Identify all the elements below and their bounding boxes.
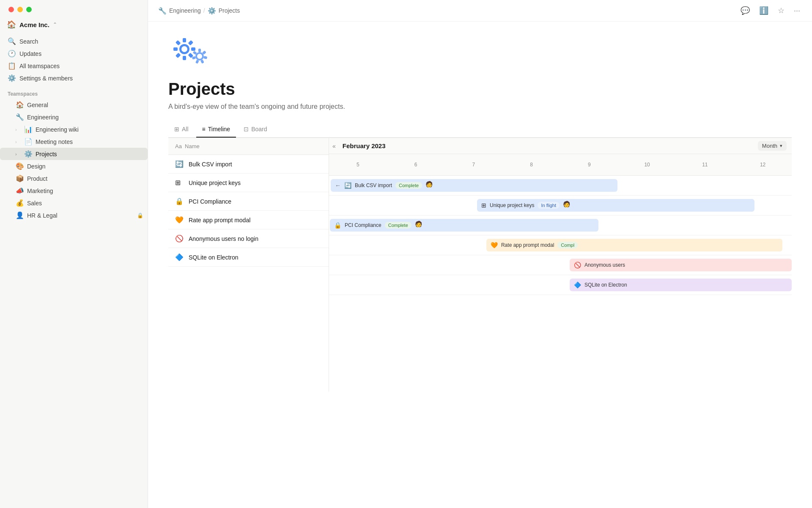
bulk-csv-icon: 🔄 (175, 160, 184, 168)
table-row[interactable]: ⊞ Unique project keys (168, 174, 329, 192)
workspace-selector[interactable]: 🏠 Acme Inc. ⌃ (0, 17, 148, 33)
bulk-csv-avatar: 🧑 (425, 181, 435, 190)
table-row[interactable]: 🚫 Anonymous users no login (168, 229, 329, 248)
all-teamspaces-icon: 📋 (8, 62, 16, 70)
table-row[interactable]: 🔷 SQLite on Electron (168, 248, 329, 267)
traffic-light-green[interactable] (26, 7, 32, 12)
rate-app-status-badge: Compl (557, 242, 578, 248)
sidebar-item-marketing[interactable]: 📣 Marketing (0, 185, 148, 197)
svg-rect-14 (203, 56, 207, 59)
comment-button[interactable]: 💬 (739, 4, 752, 17)
engineering-icon: 🔧 (15, 113, 25, 121)
date-5: 5 (329, 157, 387, 172)
bulk-csv-status-badge: Complete (395, 182, 422, 189)
sqlite-bar-label: SQLite on Electron (584, 282, 627, 288)
table-row[interactable]: 🔒 PCI Compliance (168, 192, 329, 211)
topbar: 🔧 Engineering / ⚙️ Projects 💬 ℹ️ ☆ ··· (148, 0, 812, 22)
general-icon: 🏠 (15, 101, 25, 109)
star-button[interactable]: ☆ (776, 4, 786, 17)
sidebar-item-settings[interactable]: ⚙️ Settings & members (3, 72, 144, 84)
pci-label: PCI Compliance (189, 198, 231, 205)
sidebar-item-all-teamspaces[interactable]: 📋 All teamspaces (3, 60, 144, 72)
tab-all[interactable]: ⊞ All (168, 122, 195, 138)
design-icon: 🎨 (15, 162, 25, 170)
timeline-dates: 5 6 7 8 9 10 11 12 (329, 154, 792, 176)
sidebar-item-search[interactable]: 🔍 Search (3, 35, 144, 47)
workspace-chevron-icon: ⌃ (53, 22, 57, 28)
sidebar-item-hr-legal[interactable]: 👤 HR & Legal 🔒 (0, 209, 148, 221)
pci-bar[interactable]: 🔒 PCI Compliance Complete 🧑 (330, 219, 598, 232)
rate-app-bar[interactable]: 🧡 Rate app prompt modal Compl (486, 239, 782, 251)
more-button[interactable]: ··· (792, 5, 802, 17)
breadcrumb-projects[interactable]: ⚙️ Projects (208, 7, 240, 15)
projects-icon: ⚙️ (24, 150, 33, 158)
sidebar-item-meeting-notes-label: Meeting notes (36, 138, 143, 145)
collapse-button[interactable]: « (329, 140, 339, 152)
breadcrumb: 🔧 Engineering / ⚙️ Projects (158, 7, 240, 15)
anon-icon-bar: 🚫 (574, 262, 581, 268)
traffic-light-red[interactable] (8, 7, 14, 12)
unique-keys-label: Unique project keys (189, 179, 241, 186)
sidebar-item-meeting-notes[interactable]: › 📄 Meeting notes (0, 135, 148, 148)
sidebar-tree: 🏠 General 🔧 Engineering › 📊 Engineering … (0, 99, 148, 221)
timeline-bar-row-anon: 🚫 Anonymous users (329, 255, 792, 275)
anon-bar[interactable]: 🚫 Anonymous users (570, 259, 792, 271)
name-column-label: Aa Name (175, 143, 200, 149)
sidebar-item-sales-label: Sales (27, 200, 143, 207)
timeline-rows: ← 🔄 Bulk CSV import Complete 🧑 ⊞ Unique … (329, 176, 792, 295)
page-title: Projects (168, 80, 792, 99)
sidebar-item-general-label: General (27, 102, 143, 108)
breadcrumb-engineering[interactable]: 🔧 Engineering (158, 7, 201, 15)
sidebar-item-general[interactable]: 🏠 General (0, 99, 148, 111)
sidebar-item-projects[interactable]: › ⚙️ Projects (0, 148, 148, 160)
unique-keys-bar[interactable]: ⊞ Unique project keys In flight 🧑 (477, 199, 754, 212)
sidebar-item-hr-legal-label: HR & Legal (27, 212, 134, 219)
sidebar-item-updates[interactable]: 🕐 Updates (3, 47, 144, 60)
timeline-bar-row-unique-keys: ⊞ Unique project keys In flight 🧑 (329, 196, 792, 215)
table-row[interactable]: 🧡 Rate app prompt modal (168, 211, 329, 229)
traffic-light-yellow[interactable] (17, 7, 23, 12)
svg-rect-6 (183, 56, 186, 60)
bulk-csv-bar[interactable]: ← 🔄 Bulk CSV import Complete 🧑 (331, 179, 617, 192)
page-description: A bird's-eye view of the team's ongoing … (168, 103, 792, 110)
breadcrumb-engineering-label: Engineering (169, 7, 201, 14)
settings-icon: ⚙️ (8, 74, 16, 82)
svg-rect-4 (191, 47, 195, 51)
sidebar-item-engineering[interactable]: 🔧 Engineering (0, 111, 148, 123)
bulk-csv-bar-label: Bulk CSV import (355, 182, 392, 188)
info-button[interactable]: ℹ️ (757, 4, 770, 17)
tab-timeline[interactable]: ≡ Timeline (196, 122, 236, 138)
rate-app-bar-label: Rate app prompt modal (501, 242, 554, 248)
hr-legal-lock-icon: 🔒 (137, 213, 143, 218)
tab-board[interactable]: ⊡ Board (238, 122, 273, 138)
timeline-header: « February 2023 Month ▾ (329, 138, 792, 154)
sidebar-item-design[interactable]: 🎨 Design (0, 160, 148, 172)
date-8: 8 (502, 157, 560, 172)
sidebar-item-engineering-wiki[interactable]: › 📊 Engineering wiki (0, 123, 148, 135)
workspace-icon: 🏠 (7, 20, 16, 29)
search-icon: 🔍 (8, 37, 16, 45)
topbar-actions: 💬 ℹ️ ☆ ··· (739, 4, 802, 17)
pci-status-badge: Complete (385, 222, 411, 229)
teamspaces-section-label: Teamspaces (0, 86, 148, 99)
engineering-wiki-chevron-icon: › (15, 127, 21, 132)
svg-rect-12 (198, 49, 201, 52)
svg-rect-3 (188, 40, 193, 46)
timeline-bar-row-pci: 🔒 PCI Compliance Complete 🧑 (329, 215, 792, 235)
svg-rect-9 (176, 40, 181, 46)
month-selector[interactable]: Month ▾ (758, 141, 787, 151)
sidebar-item-search-label: Search (19, 38, 140, 45)
table-row[interactable]: 🔄 Bulk CSV import (168, 155, 329, 174)
sidebar: 🏠 Acme Inc. ⌃ 🔍 Search 🕐 Updates 📋 All t… (0, 0, 148, 508)
sales-icon: 💰 (15, 199, 25, 207)
sqlite-bar[interactable]: 🔷 SQLite on Electron (570, 279, 792, 291)
tab-timeline-label: Timeline (208, 126, 230, 133)
bulk-csv-label: Bulk CSV import (189, 161, 232, 168)
sidebar-item-sales[interactable]: 💰 Sales (0, 197, 148, 209)
anon-icon: 🚫 (175, 235, 184, 243)
month-selector-label: Month (762, 143, 777, 149)
sidebar-item-product-label: Product (27, 175, 143, 182)
updates-icon: 🕐 (8, 50, 16, 58)
sidebar-item-product[interactable]: 📦 Product (0, 172, 148, 185)
hr-legal-icon: 👤 (15, 211, 25, 219)
